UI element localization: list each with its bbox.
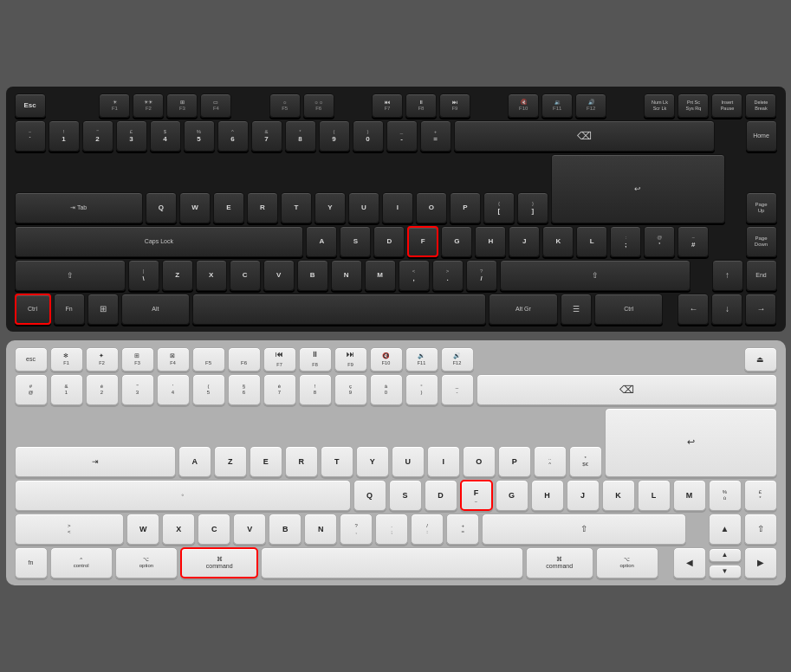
key-at[interactable]: @' <box>644 226 675 257</box>
key-1[interactable]: !1 <box>49 120 80 152</box>
light-r[interactable]: R <box>285 446 318 477</box>
key-d[interactable]: D <box>373 226 405 257</box>
key-alt-dark[interactable]: Alt <box>121 294 191 325</box>
light-5[interactable]: (5 <box>192 374 225 405</box>
key-f-dark[interactable]: F <box>407 226 438 257</box>
key-l[interactable]: L <box>576 226 607 257</box>
key-f10[interactable]: 🔇F10 <box>508 94 539 118</box>
light-3[interactable]: "3 <box>121 374 154 405</box>
light-n[interactable]: N <box>304 514 337 545</box>
light-shift-right2[interactable]: ⇧ <box>744 514 777 545</box>
light-shift-right[interactable]: ⇧ <box>482 514 686 545</box>
key-6[interactable]: ^6 <box>217 120 249 152</box>
light-percent[interactable]: %ù <box>709 480 742 511</box>
key-f8[interactable]: ⏸F8 <box>405 94 437 118</box>
key-ctrl-left-dark[interactable]: Ctrl <box>15 294 51 325</box>
light-u[interactable]: U <box>392 446 425 477</box>
key-backtick[interactable]: ~` <box>15 120 46 152</box>
light-excl[interactable]: += <box>446 514 479 545</box>
key-c[interactable]: C <box>230 260 261 291</box>
light-hash[interactable]: #@ <box>15 374 48 405</box>
light-minus-light[interactable]: _- <box>441 374 474 405</box>
key-numlock[interactable]: Num LkScr Lk <box>644 94 675 118</box>
light-f8[interactable]: ⏸F8 <box>299 347 332 372</box>
light-0[interactable]: à0 <box>370 374 403 405</box>
key-v[interactable]: V <box>263 260 295 291</box>
key-8[interactable]: *8 <box>285 120 316 152</box>
key-f12[interactable]: 🔊F12 <box>575 94 606 118</box>
key-s[interactable]: S <box>340 226 371 257</box>
light-option-left[interactable]: ⌥option <box>115 547 178 578</box>
key-f2[interactable]: ☀☀F2 <box>133 94 164 118</box>
key-insert[interactable]: InsertPause <box>711 94 742 118</box>
key-tilde[interactable]: ~# <box>678 226 709 257</box>
light-i[interactable]: I <box>427 446 460 477</box>
light-f5[interactable]: F5 <box>192 347 225 372</box>
light-f3[interactable]: ⊞F3 <box>121 347 154 372</box>
key-down-dark[interactable]: ↓ <box>711 294 742 325</box>
key-pagedown[interactable]: PageDown <box>746 226 777 257</box>
light-shift-left[interactable]: >< <box>15 514 125 545</box>
key-enter[interactable]: ↩ <box>551 154 725 223</box>
light-y[interactable]: Y <box>356 446 389 477</box>
key-pageup[interactable]: PageUp <box>746 192 777 223</box>
light-esc[interactable]: esc <box>15 347 48 372</box>
key-shift-right[interactable]: ⇧ <box>500 260 691 291</box>
key-y[interactable]: Y <box>314 192 346 223</box>
light-7[interactable]: è7 <box>263 374 296 405</box>
light-f7[interactable]: ⏮F7 <box>263 347 296 372</box>
key-p[interactable]: P <box>450 192 481 223</box>
key-backslash[interactable]: |\ <box>128 260 159 291</box>
light-c[interactable]: C <box>198 514 230 545</box>
key-f7[interactable]: ⏮F7 <box>372 94 403 118</box>
light-command-right[interactable]: ⌘command <box>526 547 593 578</box>
key-f6[interactable]: ☼☼F6 <box>303 94 334 118</box>
key-9[interactable]: (9 <box>319 120 350 152</box>
key-right-dark[interactable]: → <box>745 294 776 325</box>
light-q[interactable]: Q <box>353 480 386 511</box>
key-0[interactable]: )0 <box>353 120 384 152</box>
light-6[interactable]: §6 <box>228 374 261 405</box>
light-s[interactable]: S <box>389 480 422 511</box>
key-prtsc[interactable]: Prt ScSys Rq <box>678 94 709 118</box>
key-backspace[interactable]: ⌫ <box>454 120 716 152</box>
key-f4[interactable]: ▭F4 <box>200 94 231 118</box>
key-plus[interactable]: += <box>420 120 451 152</box>
key-4[interactable]: $4 <box>150 120 181 152</box>
light-8[interactable]: !8 <box>299 374 332 405</box>
light-z[interactable]: Z <box>214 446 247 477</box>
key-h[interactable]: H <box>475 226 506 257</box>
key-k[interactable]: K <box>542 226 574 257</box>
light-slash[interactable]: /: <box>411 514 444 545</box>
light-9[interactable]: ç9 <box>334 374 367 405</box>
key-a[interactable]: A <box>306 226 337 257</box>
light-rbracket[interactable]: *$€ <box>569 446 602 477</box>
light-k[interactable]: K <box>602 480 635 511</box>
light-up[interactable]: ▲ <box>709 514 742 545</box>
key-slash[interactable]: ?/ <box>466 260 497 291</box>
light-1[interactable]: &1 <box>50 374 83 405</box>
light-o[interactable]: O <box>463 446 496 477</box>
key-minus[interactable]: _- <box>386 120 418 152</box>
key-5[interactable]: %5 <box>184 120 215 152</box>
light-left[interactable]: ◀ <box>673 547 706 578</box>
light-right[interactable]: ▶ <box>744 547 777 578</box>
light-option-right[interactable]: ⌥option <box>596 547 658 578</box>
key-tab[interactable]: ⇥ Tab <box>15 192 143 223</box>
light-f6[interactable]: F6 <box>228 347 261 372</box>
key-lbracket[interactable]: {[ <box>483 192 515 223</box>
light-enter[interactable]: ↩ <box>605 408 777 477</box>
light-f9[interactable]: ⏭F9 <box>334 347 367 372</box>
key-j[interactable]: J <box>509 226 540 257</box>
light-x[interactable]: X <box>162 514 195 545</box>
light-control[interactable]: ^control <box>50 547 113 578</box>
key-u[interactable]: U <box>348 192 379 223</box>
key-f11[interactable]: 🔉F11 <box>541 94 573 118</box>
key-n[interactable]: N <box>331 260 362 291</box>
key-i[interactable]: I <box>382 192 413 223</box>
light-f2[interactable]: ✦F2 <box>86 347 119 372</box>
light-v[interactable]: V <box>233 514 266 545</box>
key-z[interactable]: Z <box>162 260 193 291</box>
key-left-dark[interactable]: ← <box>678 294 709 325</box>
key-o[interactable]: O <box>416 192 447 223</box>
